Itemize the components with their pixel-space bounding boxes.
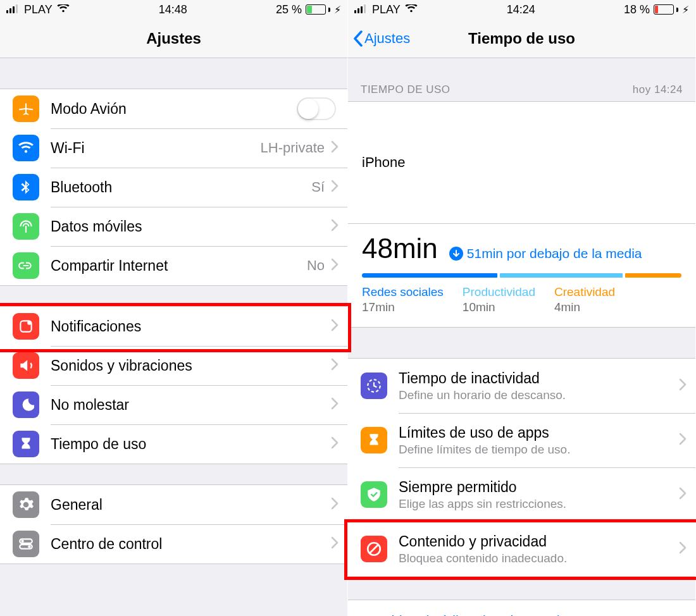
section-header-label: TIEMPO DE USO bbox=[361, 83, 451, 96]
row-content[interactable]: Contenido y privacidadBloquea contenido … bbox=[348, 522, 695, 576]
row-label: Bluetooth bbox=[51, 179, 311, 196]
chevron-right-icon bbox=[331, 140, 339, 156]
row-airplane[interactable]: Modo Avión bbox=[0, 89, 347, 128]
screen-time-screen: PLAY 14:24 18 % ⚡︎ Ajustes Tiempo de uso… bbox=[348, 0, 696, 616]
row-sublabel: Define un horario de descanso. bbox=[399, 388, 679, 402]
row-notifications[interactable]: Notificaciones bbox=[0, 307, 347, 346]
row-hotspot[interactable]: Compartir InternetNo bbox=[0, 246, 347, 285]
chevron-right-icon bbox=[331, 180, 339, 195]
category-value: 4min bbox=[554, 300, 615, 314]
row-downtime[interactable]: Tiempo de inactividadDefine un horario d… bbox=[348, 359, 695, 413]
status-bar: PLAY 14:24 18 % ⚡︎ bbox=[348, 0, 695, 19]
row-label: Wi-Fi bbox=[51, 140, 261, 157]
page-title: Ajustes bbox=[146, 30, 201, 47]
total-usage: 48min bbox=[362, 233, 438, 264]
section-header: TIEMPO DE USO hoy 14:24 bbox=[348, 83, 695, 96]
switches-icon bbox=[13, 531, 39, 557]
general-group: GeneralCentro de control bbox=[0, 484, 347, 564]
notifications-group: NotificacionesSonidos y vibracionesNo mo… bbox=[0, 306, 347, 464]
row-label: Compartir Internet bbox=[51, 257, 307, 274]
row-general[interactable]: General bbox=[0, 485, 347, 524]
check-icon bbox=[361, 481, 387, 508]
device-label: iPhone bbox=[362, 154, 406, 171]
row-sublabel: Elige las apps sin restricciones. bbox=[399, 497, 679, 511]
battery-icon bbox=[654, 4, 678, 15]
usage-categories: Redes sociales17minProductividad10minCre… bbox=[362, 285, 681, 314]
signal-icon bbox=[354, 3, 368, 16]
settings-screen: PLAY 14:48 25 % ⚡︎ Ajustes Modo AviónWi-… bbox=[0, 0, 348, 616]
row-label: General bbox=[51, 496, 331, 514]
row-wifi[interactable]: Wi-FiLH-private bbox=[0, 128, 347, 168]
battery-pct: 25 % bbox=[276, 3, 302, 16]
category-name: Creatividad bbox=[554, 285, 615, 299]
back-button[interactable]: Ajustes bbox=[353, 19, 410, 58]
chevron-right-icon bbox=[331, 397, 339, 412]
row-value: Sí bbox=[311, 179, 325, 195]
row-sounds[interactable]: Sonidos y vibraciones bbox=[0, 346, 347, 385]
usage-segment bbox=[625, 273, 681, 278]
toggle[interactable] bbox=[297, 97, 336, 120]
row-label: Contenido y privacidad bbox=[399, 533, 679, 550]
carrier-label: PLAY bbox=[24, 3, 53, 16]
row-allowed[interactable]: Siempre permitidoElige las apps sin rest… bbox=[348, 467, 695, 522]
status-bar: PLAY 14:48 25 % ⚡︎ bbox=[0, 0, 347, 19]
hourglass-icon bbox=[13, 431, 39, 457]
usage-segment bbox=[500, 273, 623, 278]
arrow-down-icon bbox=[449, 247, 463, 261]
back-label: Ajustes bbox=[364, 30, 410, 47]
usage-bar bbox=[362, 273, 681, 278]
row-bluetooth[interactable]: BluetoothSí bbox=[0, 168, 347, 207]
chevron-right-icon bbox=[331, 258, 339, 273]
row-label: Siempre permitido bbox=[399, 479, 679, 496]
chevron-right-icon bbox=[679, 541, 687, 557]
battery-pct: 18 % bbox=[624, 3, 650, 16]
section-header-time: hoy 14:24 bbox=[633, 83, 683, 96]
row-value: No bbox=[307, 257, 325, 274]
row-controlcenter[interactable]: Centro de control bbox=[0, 524, 347, 564]
link-icon bbox=[13, 252, 39, 279]
screen-time-options: Tiempo de inactividadDefine un horario d… bbox=[348, 358, 695, 577]
category-value: 17min bbox=[362, 300, 444, 314]
chevron-right-icon bbox=[331, 436, 339, 452]
status-time: 14:24 bbox=[507, 3, 535, 16]
wifi-icon bbox=[404, 3, 418, 16]
usage-category: Productividad10min bbox=[463, 285, 535, 314]
row-label: Límites de uso de apps bbox=[399, 424, 679, 441]
row-applimits[interactable]: Límites de uso de appsDefine límites de … bbox=[348, 413, 695, 467]
chevron-right-icon bbox=[331, 358, 339, 373]
signal-icon bbox=[6, 3, 20, 16]
row-label: No molestar bbox=[51, 397, 331, 414]
row-cellular[interactable]: Datos móviles bbox=[0, 207, 347, 246]
connectivity-group: Modo AviónWi-FiLH-privateBluetoothSíDato… bbox=[0, 89, 347, 286]
row-label: Notificaciones bbox=[51, 318, 331, 335]
row-dnd[interactable]: No molestar bbox=[0, 385, 347, 424]
usage-summary: iPhone 48min 51min por debajo de la medi… bbox=[348, 101, 695, 328]
airplane-icon bbox=[13, 95, 39, 122]
charging-icon: ⚡︎ bbox=[682, 4, 689, 16]
row-screentime[interactable]: Tiempo de uso bbox=[0, 424, 347, 464]
carrier-label: PLAY bbox=[372, 3, 401, 16]
device-row[interactable]: iPhone bbox=[348, 102, 695, 224]
nav-header: Ajustes bbox=[0, 19, 347, 58]
row-sublabel: Bloquea contenido inadecuado. bbox=[399, 551, 679, 565]
chevron-right-icon bbox=[679, 487, 687, 502]
downtime-icon bbox=[361, 373, 387, 399]
usage-category: Creatividad4min bbox=[554, 285, 615, 314]
usage-category: Redes sociales17min bbox=[362, 285, 444, 314]
row-label: Sonidos y vibraciones bbox=[51, 357, 331, 374]
chevron-right-icon bbox=[331, 219, 339, 234]
row-label: Tiempo de inactividad bbox=[399, 370, 679, 387]
hourglass-icon bbox=[361, 427, 387, 453]
sound-icon bbox=[13, 352, 39, 379]
category-value: 10min bbox=[463, 300, 535, 314]
change-code-link[interactable]: Cambiar el código de "Tiempo de uso" bbox=[348, 600, 695, 616]
row-value: LH-private bbox=[261, 140, 325, 156]
page-title: Tiempo de uso bbox=[468, 30, 575, 47]
chevron-right-icon bbox=[331, 319, 339, 334]
battery-icon bbox=[306, 4, 330, 15]
nav-header: Ajustes Tiempo de uso bbox=[348, 19, 695, 58]
row-label: Tiempo de uso bbox=[51, 436, 331, 453]
status-time: 14:48 bbox=[159, 3, 187, 16]
category-name: Redes sociales bbox=[362, 285, 444, 299]
row-sublabel: Define límites de tiempo de uso. bbox=[399, 443, 679, 457]
